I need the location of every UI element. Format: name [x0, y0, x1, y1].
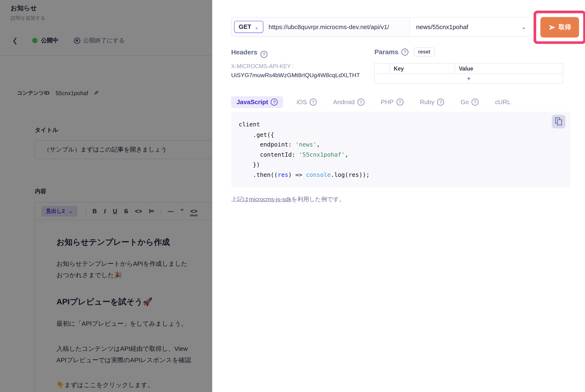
fetch-highlight-frame: 取得	[534, 11, 585, 44]
http-method-value: GET	[239, 24, 251, 30]
chevron-down-icon: ⌄	[255, 24, 259, 30]
api-preview-panel: GET ⌄ https://ubc8quvrpr.microcms-dev.ne…	[212, 0, 585, 392]
params-reset-button[interactable]: reset	[414, 47, 435, 56]
code-line: contentId: '55cnx1pohaf',	[239, 150, 370, 160]
sdk-link[interactable]: microcms-js-sdk	[249, 196, 291, 202]
tab-javascript[interactable]: JavaScript?	[231, 96, 283, 108]
tab-label: PHP	[381, 98, 394, 106]
tab-label: cURL	[495, 98, 511, 106]
method-url-section: GET ⌄ https://ubc8quvrpr.microcms-dev.ne…	[232, 18, 410, 36]
tab-ruby[interactable]: Ruby?	[417, 96, 447, 108]
sdk-language-tabs: JavaScript?iOS?Android?PHP?Ruby?Go?cURL	[231, 96, 524, 109]
code-line: client	[239, 120, 370, 130]
headers-section-title: Headers?	[231, 48, 268, 58]
params-value-column-header: Value	[455, 64, 563, 74]
copy-code-button[interactable]	[552, 115, 565, 128]
send-icon	[548, 24, 555, 30]
help-icon[interactable]: ?	[401, 48, 409, 56]
code-sample: client .get({ endpoint: 'news', contentI…	[239, 120, 370, 180]
http-method-select[interactable]: GET ⌄	[234, 21, 263, 33]
code-line: .then((res) => console.log(res));	[239, 170, 370, 180]
code-line: endpoint: 'news',	[239, 140, 370, 150]
tab-label: iOS	[297, 98, 307, 106]
fetch-button[interactable]: 取得	[540, 17, 579, 38]
tab-android[interactable]: Android?	[330, 96, 368, 108]
tab-label: Go	[461, 98, 469, 106]
modal-backdrop[interactable]	[0, 0, 212, 392]
params-table: Key Value +	[374, 63, 563, 84]
fetch-button-label: 取得	[558, 23, 571, 32]
api-key-value: UiSYG7muwRs4bWzGMt8rIQUg4W8cqLdXLTHT	[231, 72, 360, 79]
endpoint-select[interactable]: news/55cnx1pohaf ⌄	[410, 18, 532, 36]
help-icon[interactable]: ?	[271, 98, 278, 106]
params-row-handle-column	[375, 64, 390, 74]
tab-label: JavaScript	[236, 98, 268, 106]
params-table-header: Key Value	[375, 64, 563, 74]
tab-label: Android	[333, 98, 355, 106]
request-bar: GET ⌄ https://ubc8quvrpr.microcms-dev.ne…	[231, 17, 532, 37]
api-key-label: X-MICROCMS-API-KEY :	[231, 63, 294, 69]
params-key-column-header: Key	[390, 64, 455, 74]
tab-go[interactable]: Go?	[458, 96, 482, 108]
tab-label: Ruby	[420, 98, 434, 106]
help-icon[interactable]: ?	[437, 98, 444, 106]
screen: お知らせ 説明を追加する ❮ 公開中 公開終了にする コンテンツID 55cnx…	[0, 0, 585, 392]
sdk-note: 上記はmicrocms-js-sdkを利用した例です。	[231, 196, 345, 204]
tab-php[interactable]: PHP?	[378, 96, 407, 108]
help-icon[interactable]: ?	[260, 51, 267, 58]
endpoint-value: news/55cnx1pohaf	[416, 23, 468, 30]
tab-curl[interactable]: cURL	[492, 96, 514, 108]
code-line: })	[239, 160, 370, 170]
params-section-title: Params	[374, 48, 398, 56]
base-url-text: https://ubc8quvrpr.microcms-dev.net/api/…	[269, 23, 389, 30]
help-icon[interactable]: ?	[357, 98, 364, 106]
chevron-down-icon: ⌄	[521, 24, 526, 30]
help-icon[interactable]: ?	[471, 98, 479, 106]
help-icon[interactable]: ?	[310, 98, 317, 106]
code-sample-panel: client .get({ endpoint: 'news', contentI…	[231, 112, 570, 188]
params-section-head: Params? reset	[374, 47, 435, 56]
code-line: .get({	[239, 130, 370, 140]
tab-ios[interactable]: iOS?	[293, 96, 320, 108]
add-param-row-button[interactable]: +	[375, 74, 563, 83]
help-icon[interactable]: ?	[396, 98, 403, 106]
